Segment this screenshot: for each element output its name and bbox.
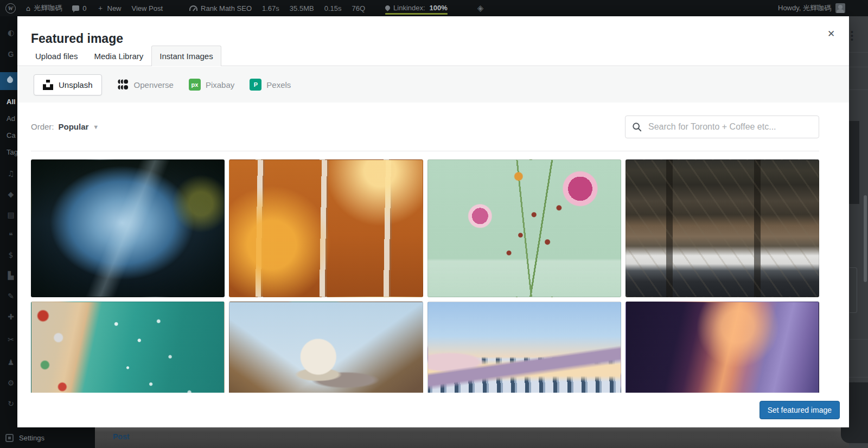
perf-queries: 76Q [352, 0, 365, 16]
search-icon [632, 122, 642, 132]
close-icon[interactable]: ✕ [824, 27, 838, 41]
chart-icon[interactable]: ▙ [5, 271, 17, 280]
tab-instant-images[interactable]: Instant Images [151, 46, 221, 66]
sidebar-subitem-add[interactable]: Ad [7, 110, 18, 127]
tools-icon[interactable]: ⚙ [5, 379, 17, 387]
sidebar-item-settings[interactable]: Settings [0, 427, 95, 448]
excerpt-box-behind [850, 267, 857, 313]
diamond-icon: ◈ [477, 3, 484, 13]
site-name: 光輝咖碼 [34, 3, 62, 13]
image-result[interactable] [229, 302, 423, 393]
scissors-icon[interactable]: ✂ [5, 335, 17, 344]
order-label: Order: [31, 122, 54, 131]
image-result[interactable] [31, 302, 225, 393]
pages-icon[interactable]: ▤ [5, 210, 17, 219]
perf-query-time: 0.15s [324, 0, 342, 16]
plugins-icon[interactable]: ✚ [5, 312, 17, 321]
gauge-icon [189, 5, 197, 11]
modal-title: Featured image [31, 31, 123, 46]
settings-plugin-icon [5, 434, 14, 442]
sidebar-subitem-categories[interactable]: Ca [7, 127, 18, 144]
comment-bubble-icon [72, 5, 79, 11]
results-toolbar: Order: Popular ▼ [17, 103, 849, 151]
home-icon: ⌂ [26, 4, 30, 12]
pixabay-icon: px [189, 79, 201, 91]
image-result[interactable] [626, 159, 819, 297]
pushpin-icon [6, 76, 15, 85]
search-input[interactable] [647, 121, 812, 132]
diamond-menu[interactable]: ◈ [477, 0, 484, 16]
provider-pixabay[interactable]: px Pixabay [189, 79, 234, 91]
provider-unsplash[interactable]: Unsplash [34, 74, 102, 95]
post-tab[interactable]: Post [113, 432, 129, 441]
editor-background-strip: Post [95, 427, 868, 448]
wp-logo-menu[interactable]: W [5, 0, 16, 16]
image-results-grid [31, 159, 819, 393]
updates-icon[interactable]: ↻ [5, 399, 17, 408]
featured-image-thumb-behind [849, 121, 859, 204]
plus-icon: ＋ [97, 3, 104, 13]
new-label: New [107, 4, 122, 12]
search-box [625, 116, 819, 138]
perf-memory: 35.5MB [290, 0, 314, 16]
linkindex-progress-bar [385, 13, 448, 15]
image-result[interactable] [427, 302, 621, 393]
comments-count: 0 [82, 4, 86, 12]
avatar[interactable] [835, 3, 845, 13]
rank-math-menu[interactable]: Rank Math SEO [189, 0, 252, 16]
pexels-icon: P [250, 79, 261, 91]
chevron-down-icon: ▼ [93, 124, 99, 130]
wordpress-logo-icon: W [5, 3, 16, 14]
g-icon[interactable]: G [5, 50, 17, 59]
droplet-icon [384, 4, 391, 11]
linkindex-value: 100% [430, 4, 448, 12]
unsplash-icon [43, 80, 53, 90]
image-result[interactable] [229, 159, 423, 297]
provider-openverse[interactable]: Openverse [117, 79, 174, 91]
settings-label: Settings [19, 434, 44, 442]
order-dropdown[interactable]: Order: Popular ▼ [31, 122, 99, 131]
openverse-icon [117, 79, 129, 91]
dollar-icon[interactable]: $ [5, 251, 17, 259]
appearance-icon[interactable]: ✎ [5, 292, 17, 300]
palette-icon[interactable]: ◐ [5, 28, 17, 37]
new-menu[interactable]: ＋ New [97, 0, 122, 16]
modal-footer: Set featured image [17, 393, 849, 427]
featured-image-modal: Featured image ✕ Upload files Media Libr… [17, 16, 849, 427]
tab-upload-files[interactable]: Upload files [27, 46, 86, 66]
order-value: Popular [59, 122, 89, 131]
ellipsis-icon: ••• [851, 30, 853, 42]
view-post-link[interactable]: View Post [132, 0, 163, 16]
tab-media-library[interactable]: Media Library [86, 46, 151, 66]
comments-icon[interactable]: ❝ [5, 231, 17, 240]
toolbar-divider [31, 151, 819, 151]
provider-panel: Unsplash Openverse px Pixabay [17, 67, 849, 103]
image-result[interactable] [626, 302, 819, 393]
linkindex-label: Linkindex: [393, 4, 425, 12]
perf-time: 1.67s [262, 0, 279, 16]
sidebar-subitem-all[interactable]: All [7, 93, 18, 110]
modal-tabs: Upload files Media Library Instant Image… [17, 46, 849, 66]
set-featured-image-button[interactable]: Set featured image [760, 401, 840, 419]
sidebar-subitem-tags[interactable]: Tag [7, 144, 18, 161]
media-icon[interactable]: ♫ [5, 169, 17, 178]
admin-bar: W ⌂ 光輝咖碼 0 ＋ New View Post Rank Math SEO… [0, 0, 868, 16]
droplet-menu-icon[interactable]: ◆ [5, 190, 17, 199]
scrollbar[interactable] [864, 195, 867, 282]
howdy-label[interactable]: Howdy, 光輝咖碼 [778, 3, 831, 13]
comments-menu[interactable]: 0 [72, 0, 86, 16]
users-icon[interactable]: ♟ [5, 358, 17, 367]
site-menu[interactable]: ⌂ 光輝咖碼 [26, 0, 62, 16]
image-result[interactable] [31, 159, 225, 297]
image-result[interactable] [427, 159, 621, 297]
screen: W ⌂ 光輝咖碼 0 ＋ New View Post Rank Math SEO… [0, 0, 868, 448]
provider-pexels[interactable]: P Pexels [250, 79, 291, 91]
linkindex-menu[interactable]: Linkindex: 100% [385, 0, 448, 16]
